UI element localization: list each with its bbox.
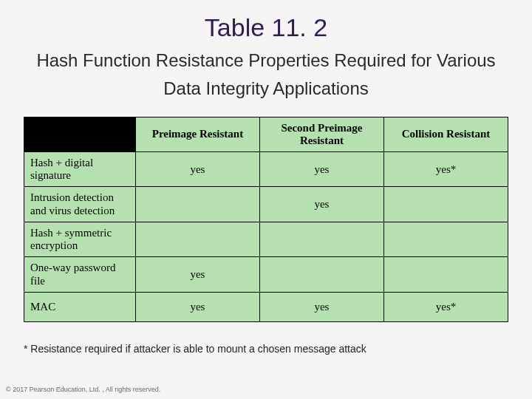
table-row: MAC yes yes yes* bbox=[24, 292, 508, 321]
caption-line1: Hash Function Resistance Properties Requ… bbox=[36, 50, 495, 70]
col-preimage: Preimage Resistant bbox=[135, 117, 259, 151]
cell bbox=[383, 257, 508, 293]
col-second-preimage: Second Preimage Resistant bbox=[259, 117, 383, 151]
copyright: © 2017 Pearson Education, Ltd. , All rig… bbox=[6, 386, 160, 393]
table-container: Preimage Resistant Second Preimage Resis… bbox=[24, 117, 508, 322]
cell bbox=[383, 187, 508, 222]
cell: yes bbox=[135, 257, 259, 293]
row-label: Hash + digital signature bbox=[24, 151, 136, 187]
header-blank bbox=[24, 117, 136, 151]
cell: yes* bbox=[383, 292, 508, 321]
cell: yes bbox=[259, 151, 383, 187]
cell: yes* bbox=[383, 151, 508, 187]
resistance-table: Preimage Resistant Second Preimage Resis… bbox=[24, 117, 508, 322]
footnote: * Resistance required if attacker is abl… bbox=[24, 343, 532, 355]
row-label: One-way password file bbox=[24, 257, 136, 293]
cell bbox=[135, 187, 259, 222]
table-row: One-way password file yes bbox=[24, 257, 508, 293]
cell bbox=[383, 222, 508, 257]
cell: yes bbox=[135, 292, 259, 321]
cell: yes bbox=[259, 292, 383, 321]
col-collision: Collision Resistant bbox=[383, 117, 508, 151]
cell bbox=[259, 257, 383, 293]
cell bbox=[135, 222, 259, 257]
cell bbox=[259, 222, 383, 257]
row-label: Intrusion detection and virus detection bbox=[24, 187, 136, 222]
row-label: MAC bbox=[24, 292, 136, 321]
cell: yes bbox=[259, 187, 383, 222]
table-caption: Hash Function Resistance Properties Requ… bbox=[0, 42, 532, 103]
table-number: Table 11. 2 bbox=[0, 0, 532, 42]
header-row: Preimage Resistant Second Preimage Resis… bbox=[24, 117, 508, 151]
caption-line2: Data Integrity Applications bbox=[163, 78, 369, 98]
table-row: Hash + symmetric encryption bbox=[24, 222, 508, 257]
cell: yes bbox=[135, 151, 259, 187]
table-row: Hash + digital signature yes yes yes* bbox=[24, 151, 508, 187]
row-label: Hash + symmetric encryption bbox=[24, 222, 136, 257]
table-row: Intrusion detection and virus detection … bbox=[24, 187, 508, 222]
